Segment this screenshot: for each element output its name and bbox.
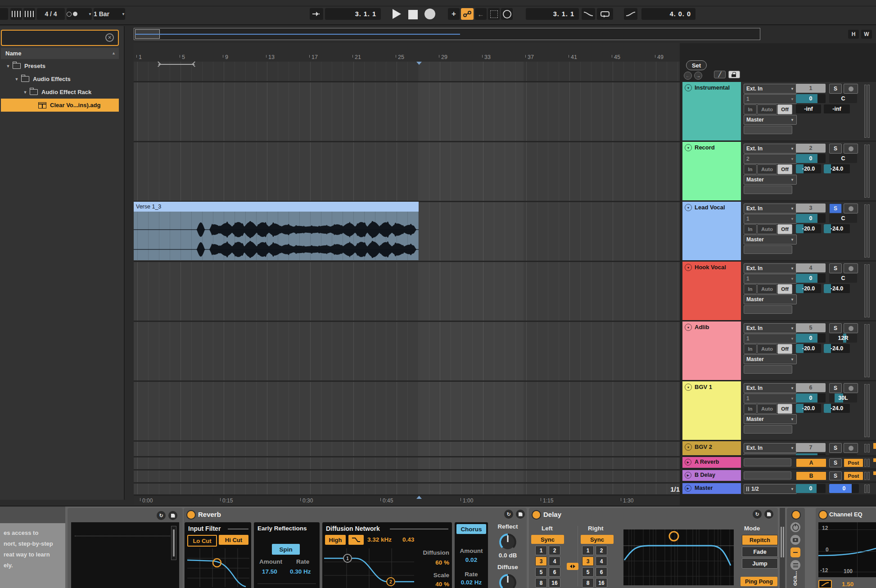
reflect-knob[interactable] [498, 532, 518, 552]
expand-arrow-icon[interactable]: ▼ [23, 90, 28, 95]
device-title[interactable]: Reverb [198, 511, 221, 518]
browser-tree-item[interactable]: ▼ Audio Effects [1, 72, 119, 86]
save-preset-button[interactable] [516, 510, 525, 519]
stop-button[interactable] [407, 9, 418, 20]
punch-in-button[interactable] [582, 8, 595, 20]
track-arm-number-button[interactable]: 7 [796, 443, 826, 452]
division-1-button[interactable]: 1 [535, 546, 547, 555]
pan-slider[interactable]: C [829, 274, 857, 283]
division-6-button[interactable]: 6 [596, 567, 607, 577]
division-8-button[interactable]: 8 [582, 578, 594, 588]
monitor-in-button[interactable]: In [744, 344, 757, 354]
send-b-slider[interactable]: -24.0 [824, 164, 850, 173]
rack-variation-button[interactable] [790, 535, 800, 545]
diffusion-graph[interactable]: 1 2 [324, 548, 414, 588]
track-fold-icon[interactable]: ▼ [685, 144, 692, 151]
division-2-button[interactable]: 2 [596, 546, 607, 555]
delay-device[interactable]: Delay ↻ Left Sync 123456816 Right Sync 1… [529, 508, 778, 588]
division-16-button[interactable]: 16 [549, 578, 560, 588]
left-sync-button[interactable]: Sync [531, 535, 564, 544]
track-header[interactable]: ▼ Adlib Ext. In ▼ 1 ▼ In Auto Off Master… [682, 321, 876, 380]
track-extra-box[interactable] [744, 305, 792, 314]
pan-slider[interactable]: 30L [829, 394, 857, 403]
browser-name-header[interactable]: Name [1, 48, 119, 59]
track-color-block[interactable]: ▼ Adlib [682, 321, 741, 380]
output-chooser[interactable]: Master ▼ [744, 294, 797, 304]
quantization-menu[interactable]: ▼ [67, 8, 92, 20]
device-title[interactable]: Delay [543, 511, 561, 518]
chorus-button[interactable]: Chorus [456, 524, 486, 534]
output-chooser[interactable]: Master ▼ [744, 354, 797, 364]
return-track-b-delay[interactable]: ▶ B Delay B S Post [682, 470, 876, 481]
hi-cut-button[interactable]: Hi Cut [219, 535, 248, 545]
monitor-off-button[interactable]: Off [777, 344, 792, 354]
browser-tree-item[interactable]: ▼ Audio Effect Rack [1, 86, 119, 99]
rate-value[interactable]: 0.02 Hz [455, 579, 488, 586]
monitor-off-button[interactable]: Off [777, 404, 792, 414]
division-5-button[interactable]: 5 [582, 567, 594, 577]
cue-volume-slider[interactable]: 0 [829, 484, 859, 493]
device-on-led[interactable] [186, 510, 196, 520]
beat-time-ruler[interactable]: 15913172125293337414549 [134, 43, 680, 62]
collapsed-rack-device[interactable]: oca... [787, 508, 805, 588]
loop-brace-line[interactable] [158, 64, 194, 65]
low-gain-value[interactable]: 1.50 [842, 581, 853, 588]
track-arm-number-button[interactable]: 3 [796, 204, 826, 213]
arm-record-button[interactable] [844, 263, 858, 273]
device-on-led[interactable] [532, 510, 541, 520]
fit-height-button[interactable]: H [848, 30, 859, 39]
input-filter-graph[interactable] [187, 548, 249, 587]
draw-mode-button[interactable]: ╱ [714, 71, 726, 78]
arrangement-record-button[interactable] [424, 8, 436, 20]
track-arm-number-button[interactable]: 1 [796, 84, 826, 93]
loop-length-field[interactable]: 4. 0. 0 [641, 8, 695, 20]
mode-repitch-button[interactable]: Repitch [742, 535, 778, 545]
clip-title-bar[interactable]: Verse 1_3 [134, 202, 419, 212]
send-a-slider[interactable]: -inf [796, 104, 821, 113]
device-title[interactable]: Channel EQ [829, 511, 862, 518]
time-ruler[interactable]: 0:000:150:300:451:001:151:30 [134, 495, 680, 506]
filter-node[interactable] [669, 532, 678, 541]
stereo-link-button[interactable] [567, 563, 578, 570]
audio-clip[interactable]: Verse 1_3 [134, 202, 419, 260]
track-fold-icon[interactable]: ▼ [685, 84, 692, 91]
hot-swap-button[interactable]: ↻ [157, 511, 166, 520]
send-a-slider[interactable]: -20.0 [796, 224, 821, 233]
monitor-in-button[interactable]: In [744, 404, 757, 414]
track-fold-icon[interactable]: ▼ [685, 204, 692, 211]
search-close-button[interactable]: ✕ [105, 33, 114, 42]
tempo-field[interactable]: 00 [0, 8, 8, 20]
diffusion-value[interactable]: 60 % [416, 559, 449, 566]
loop-start-field[interactable]: 3. 1. 1 [526, 8, 579, 20]
loop-button[interactable] [597, 8, 613, 20]
rack-vertical-title[interactable]: oca... [791, 571, 798, 586]
tap-tempo-button[interactable] [10, 8, 22, 20]
return-empty-box[interactable] [744, 471, 791, 479]
shelf-q-value[interactable]: 0.43 [402, 536, 414, 543]
track-fold-icon[interactable]: ▼ [685, 443, 692, 451]
input-type-chooser[interactable]: Ext. In ▼ [744, 263, 797, 273]
punch-out-button[interactable] [624, 8, 637, 20]
browser-search-input[interactable] [1, 30, 119, 46]
input-type-chooser[interactable]: Ext. In ▼ [744, 383, 797, 393]
track-color-block[interactable]: ▼ BGV 2 [682, 441, 741, 455]
send-a-slider[interactable]: -20.0 [796, 404, 821, 413]
input-channel-chooser[interactable]: 1 ▼ [744, 274, 797, 284]
automation-arm-button[interactable] [461, 8, 474, 20]
fold-icon[interactable]: ▶ [685, 472, 691, 479]
input-channel-chooser[interactable]: 1 ▼ [744, 453, 797, 455]
track-extra-box[interactable] [744, 425, 792, 434]
track-fold-icon[interactable]: ▼ [685, 384, 692, 391]
arm-record-button[interactable] [844, 84, 858, 94]
input-type-chooser[interactable]: Ext. In ▼ [744, 323, 797, 333]
track-header[interactable]: ▼ Hook Vocal Ext. In ▼ 1 ▼ In Auto Off M… [682, 262, 876, 320]
capture-midi-button[interactable] [488, 8, 500, 20]
pan-slider[interactable]: C [829, 214, 857, 223]
track-fold-icon[interactable]: ▼ [685, 264, 692, 271]
browser-tree-item[interactable]: ▼ Clear Vo...ins).adg [1, 99, 119, 112]
return-b-active-button[interactable]: B [796, 471, 826, 480]
volume-slider[interactable]: 0 [796, 94, 826, 103]
arrangement-position-field[interactable]: 3. 1. 1 [325, 8, 381, 20]
monitor-off-button[interactable]: Off [777, 104, 792, 114]
follow-button[interactable] [310, 8, 323, 20]
